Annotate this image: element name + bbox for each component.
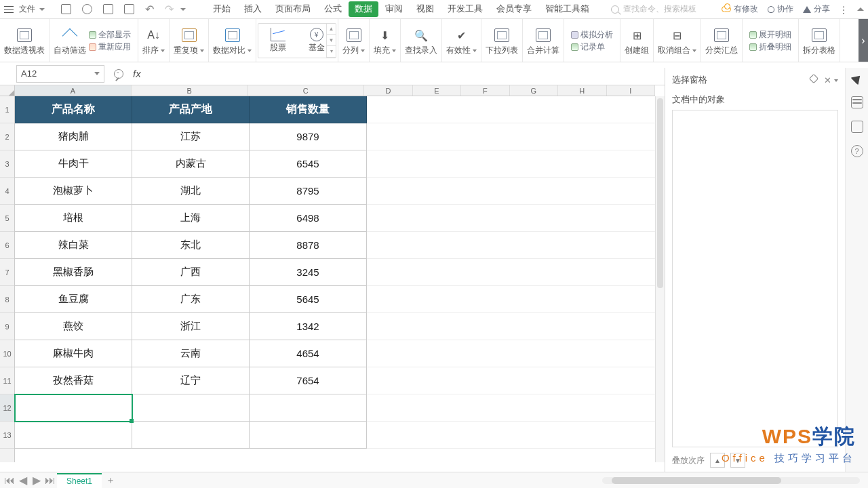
btn-fund[interactable]: ¥ 基金 bbox=[309, 28, 325, 53]
btn-sort[interactable]: A↓ 排序 bbox=[138, 19, 170, 62]
cell[interactable]: 鱼豆腐 bbox=[15, 286, 132, 313]
formula-input[interactable] bbox=[151, 65, 665, 83]
fx-icon[interactable]: fx bbox=[133, 68, 141, 79]
tab-review[interactable]: 审阅 bbox=[378, 1, 410, 18]
btn-findrec[interactable]: 🔍 查找录入 bbox=[401, 19, 442, 62]
btn-duplicates[interactable]: 重复项 bbox=[170, 19, 209, 62]
tab-start[interactable]: 开始 bbox=[206, 1, 237, 18]
cell[interactable]: 5645 bbox=[250, 286, 367, 313]
tab-insert[interactable]: 插入 bbox=[237, 1, 269, 18]
share-button[interactable]: 分享 bbox=[803, 3, 830, 15]
btn-split[interactable]: 分列 bbox=[338, 19, 370, 62]
btn-recorder[interactable]: 记录单 bbox=[571, 42, 613, 52]
reapply-button[interactable]: 重新应用 bbox=[89, 42, 131, 52]
cell-empty[interactable] bbox=[367, 259, 655, 286]
cell[interactable]: 麻椒牛肉 bbox=[15, 340, 132, 367]
save-icon[interactable] bbox=[61, 4, 71, 14]
show-all-button[interactable]: 全部显示 bbox=[89, 30, 131, 40]
cell[interactable] bbox=[250, 394, 367, 422]
btn-expand[interactable]: 展开明细 bbox=[749, 30, 791, 40]
bring-forward-button[interactable]: ▲ bbox=[710, 453, 725, 468]
cell[interactable]: 江苏 bbox=[132, 123, 250, 150]
collab-button[interactable]: 协作 bbox=[768, 3, 793, 15]
hamburger-icon[interactable] bbox=[4, 6, 14, 13]
header-a[interactable]: 产品名称 bbox=[15, 96, 132, 123]
row-1[interactable]: 1 bbox=[0, 96, 14, 123]
cell-empty[interactable] bbox=[367, 96, 655, 123]
help-icon[interactable]: ? bbox=[851, 145, 863, 157]
properties-icon[interactable] bbox=[851, 121, 863, 133]
horizontal-scrollbar[interactable] bbox=[602, 477, 860, 484]
btn-simul[interactable]: 模拟分析 bbox=[571, 30, 613, 40]
row-9[interactable]: 9 bbox=[0, 313, 14, 340]
cell-empty[interactable] bbox=[367, 340, 655, 367]
btn-tablesplit[interactable]: 拆分表格 bbox=[798, 19, 840, 62]
cell[interactable]: 广西 bbox=[132, 259, 250, 286]
collapse-ribbon-icon[interactable] bbox=[857, 7, 864, 11]
gallery-scroll[interactable]: ▲▼▾ bbox=[326, 24, 336, 58]
row-3[interactable]: 3 bbox=[0, 150, 14, 178]
cell[interactable]: 9879 bbox=[250, 123, 367, 150]
btn-subtotal[interactable]: 分类汇总 bbox=[701, 19, 743, 62]
name-box[interactable]: A12 bbox=[16, 65, 104, 83]
row-7[interactable]: 7 bbox=[0, 259, 14, 286]
row-2[interactable]: 2 bbox=[0, 123, 14, 150]
print-preview-icon[interactable] bbox=[82, 4, 92, 14]
row-11[interactable]: 11 bbox=[0, 367, 14, 394]
object-list[interactable] bbox=[672, 110, 838, 447]
sheet-tab[interactable]: Sheet1 bbox=[57, 473, 102, 488]
tab-view[interactable]: 视图 bbox=[410, 1, 441, 18]
pane-title-dropdown[interactable]: 选择窗格 ✕ bbox=[672, 72, 838, 89]
cell[interactable]: 云南 bbox=[132, 340, 250, 367]
undo-icon[interactable]: ↶ bbox=[145, 3, 154, 16]
add-sheet-button[interactable]: ＋ bbox=[106, 474, 115, 487]
pointer-icon[interactable] bbox=[850, 72, 864, 85]
cell-empty[interactable] bbox=[367, 178, 655, 205]
cell[interactable]: 上海 bbox=[132, 205, 250, 232]
cell-empty[interactable] bbox=[367, 150, 655, 178]
cell[interactable]: 黑椒香肠 bbox=[15, 259, 132, 286]
cell[interactable]: 8878 bbox=[250, 232, 367, 259]
cell[interactable]: 8795 bbox=[250, 178, 367, 205]
cell[interactable]: 辣白菜 bbox=[15, 232, 132, 259]
cell[interactable] bbox=[15, 422, 132, 449]
btn-compare[interactable]: 数据对比 bbox=[209, 19, 256, 62]
cell[interactable]: 浙江 bbox=[132, 313, 250, 340]
cell[interactable] bbox=[132, 394, 250, 422]
tab-first-icon[interactable]: ⏮ bbox=[4, 476, 15, 485]
row-6[interactable]: 6 bbox=[0, 232, 14, 259]
cell[interactable]: 内蒙古 bbox=[132, 150, 250, 178]
cell[interactable]: 1342 bbox=[250, 313, 367, 340]
col-B[interactable]: B bbox=[132, 85, 248, 96]
tab-devtools[interactable]: 开发工具 bbox=[441, 1, 490, 18]
row-4[interactable]: 4 bbox=[0, 178, 14, 205]
column-headers[interactable]: ABCDEFGHI bbox=[15, 85, 655, 96]
btn-pivot[interactable]: 数据透视表 bbox=[0, 19, 50, 62]
cell[interactable]: 牛肉干 bbox=[15, 150, 132, 178]
btn-stock[interactable]: 股票 bbox=[270, 28, 286, 53]
tab-data[interactable]: 数据 bbox=[349, 1, 378, 17]
cell[interactable]: 辽宁 bbox=[132, 367, 250, 394]
settings-sliders-icon[interactable] bbox=[851, 96, 863, 108]
cell[interactable]: 7654 bbox=[250, 367, 367, 394]
cell-empty[interactable] bbox=[367, 286, 655, 313]
col-A[interactable]: A bbox=[15, 85, 132, 96]
cells-area[interactable]: 产品名称 产品产地 销售数量 猪肉脯江苏9879牛肉干内蒙古6545泡椒萝卜湖北… bbox=[15, 96, 655, 462]
cell[interactable]: 东北 bbox=[132, 232, 250, 259]
redo-icon[interactable]: ↷ bbox=[165, 3, 174, 16]
btn-ungroup[interactable]: ⊟ 取消组合 bbox=[654, 19, 701, 62]
pin-icon[interactable] bbox=[809, 74, 818, 83]
btn-valid[interactable]: ✔ 有效性 bbox=[442, 19, 481, 62]
cell[interactable] bbox=[132, 422, 250, 449]
send-backward-button[interactable]: ▼ bbox=[730, 453, 745, 468]
tab-tools[interactable]: 智能工具箱 bbox=[538, 1, 596, 18]
tab-last-icon[interactable]: ⏭ bbox=[45, 476, 56, 485]
ribbon-scroll-right[interactable]: › bbox=[859, 19, 868, 62]
tab-member[interactable]: 会员专享 bbox=[490, 1, 538, 18]
cell[interactable]: 6498 bbox=[250, 205, 367, 232]
col-D[interactable]: D bbox=[364, 85, 412, 96]
cell-empty[interactable] bbox=[367, 422, 655, 449]
more-icon[interactable]: ⋯ bbox=[838, 5, 849, 14]
cell-empty[interactable] bbox=[367, 367, 655, 394]
close-icon[interactable]: ✕ bbox=[824, 75, 831, 85]
